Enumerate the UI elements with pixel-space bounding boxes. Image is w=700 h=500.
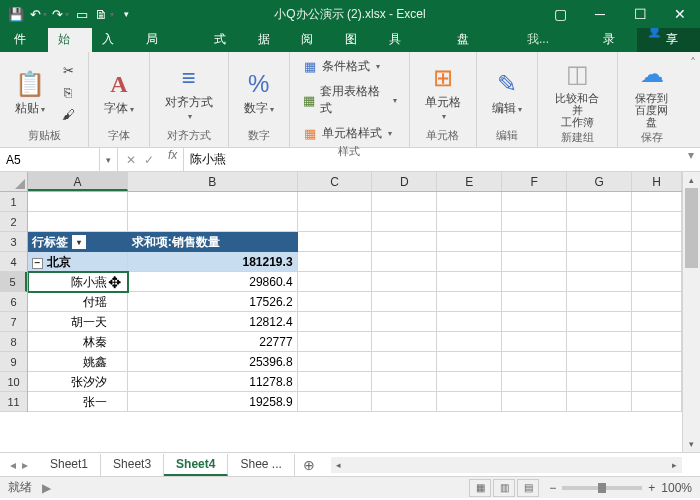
page-layout-button[interactable]: ▥ [493,479,515,497]
pivot-item-value[interactable]: 19258.9 [128,392,298,412]
col-header-H[interactable]: H [632,172,682,191]
normal-view-button[interactable]: ▦ [469,479,491,497]
col-header-G[interactable]: G [567,172,632,191]
pivot-group-total[interactable]: 181219.3 [128,252,298,272]
zoom-slider[interactable] [562,486,642,490]
col-header-E[interactable]: E [437,172,502,191]
cell-D1[interactable] [372,192,437,212]
sheet-nav-next-icon[interactable]: ▸ [22,458,28,472]
cell-C2[interactable] [298,212,373,232]
col-header-A[interactable]: A [28,172,128,191]
pivot-item-name[interactable]: 张一 [28,392,128,412]
align-button[interactable]: ≡对齐方式▾ [158,56,220,128]
cell-H2[interactable] [632,212,682,232]
select-all-corner[interactable] [0,172,28,192]
formula-bar[interactable]: 陈小燕 [183,148,682,171]
copy-button[interactable]: ⎘ [56,82,80,102]
cell-A1[interactable] [28,192,128,212]
ribbon-options-icon[interactable]: ▢ [540,0,580,28]
maximize-icon[interactable]: ☐ [620,0,660,28]
row-header-9[interactable]: 9 [0,352,27,372]
number-button[interactable]: %数字▾ [237,56,281,128]
cell-styles-button[interactable]: ▦单元格样式▾ [298,123,401,144]
cell-B2[interactable] [128,212,298,232]
page-break-button[interactable]: ▤ [517,479,539,497]
pivot-item-name[interactable]: 姚鑫 [28,352,128,372]
col-header-D[interactable]: D [372,172,437,191]
pivot-group-beijing[interactable]: −北京 [28,252,128,272]
fx-icon[interactable]: fx [162,148,183,171]
cell-G2[interactable] [567,212,632,232]
redo-icon[interactable]: ↷▾ [50,4,70,24]
undo-icon[interactable]: ↶▾ [28,4,48,24]
pivot-item-name[interactable]: 林秦 [28,332,128,352]
pivot-item-value[interactable]: 25396.8 [128,352,298,372]
vertical-scrollbar[interactable]: ▴ ▾ [682,172,700,452]
minimize-icon[interactable]: ─ [580,0,620,28]
qat-more-icon[interactable]: ▾ [116,4,136,24]
save-baidu-button[interactable]: ☁保存到 百度网盘 [626,56,678,130]
cell-H1[interactable] [632,192,682,212]
pivot-item-value[interactable]: 12812.4 [128,312,298,332]
editing-button[interactable]: ✎编辑▾ [485,56,529,128]
zoom-level[interactable]: 100% [661,481,692,495]
open-icon[interactable]: 🗎▾ [94,4,114,24]
pivot-item-value[interactable]: 22777 [128,332,298,352]
row-header-7[interactable]: 7 [0,312,27,332]
cell-F2[interactable] [502,212,567,232]
name-box-dropdown[interactable]: ▾ [100,148,118,171]
cut-button[interactable]: ✂ [56,60,80,80]
row-header-8[interactable]: 8 [0,332,27,352]
row-header-10[interactable]: 10 [0,372,27,392]
cell-E1[interactable] [437,192,502,212]
cell-B1[interactable] [128,192,298,212]
expand-formula-icon[interactable]: ▾ [682,148,700,171]
pivot-item-name[interactable]: 陈小燕✥ [28,272,128,292]
row-header-4[interactable]: 4 [0,252,27,272]
new-icon[interactable]: ▭ [72,4,92,24]
sheet-nav-prev-icon[interactable]: ◂ [10,458,16,472]
add-sheet-button[interactable]: ⊕ [295,457,323,473]
row-header-1[interactable]: 1 [0,192,27,212]
sheet-tab-Sheet4[interactable]: Sheet4 [164,454,228,476]
collapse-icon[interactable]: − [32,258,43,269]
close-icon[interactable]: ✕ [660,0,700,28]
col-header-F[interactable]: F [502,172,567,191]
macro-record-icon[interactable]: ▶ [42,481,51,495]
pivot-item-name[interactable]: 付瑶 [28,292,128,312]
pivot-item-value[interactable]: 17526.2 [128,292,298,312]
pivot-filter-icon[interactable]: ▾ [72,235,86,249]
font-button[interactable]: A字体▾ [97,56,141,128]
horizontal-scrollbar[interactable]: ◂▸ [331,457,682,473]
row-header-5[interactable]: 5 [0,272,27,292]
row-header-2[interactable]: 2 [0,212,27,232]
pivot-item-name[interactable]: 胡一天 [28,312,128,332]
sheet-tab-Shee ...[interactable]: Shee ... [228,454,294,476]
col-header-C[interactable]: C [298,172,373,191]
pivot-item-value[interactable]: 11278.8 [128,372,298,392]
pivot-item-value[interactable]: 29860.4 [128,272,298,292]
zoom-out-button[interactable]: − [549,481,556,495]
cell-F1[interactable] [502,192,567,212]
collapse-ribbon-icon[interactable]: ˄ [686,52,700,147]
pivot-item-name[interactable]: 张汐汐 [28,372,128,392]
zoom-in-button[interactable]: + [648,481,655,495]
format-painter-button[interactable]: 🖌 [56,104,80,124]
save-icon[interactable]: 💾 [6,4,26,24]
row-header-11[interactable]: 11 [0,392,27,412]
cells-button[interactable]: ⊞单元格▾ [418,56,468,128]
sheet-tab-Sheet3[interactable]: Sheet3 [101,454,164,476]
cell-C1[interactable] [298,192,373,212]
row-header-3[interactable]: 3 [0,232,27,252]
pivot-row-label-header[interactable]: 行标签▾ [28,232,128,252]
col-header-B[interactable]: B [128,172,298,191]
conditional-format-button[interactable]: ▦条件格式▾ [298,56,401,77]
table-format-button[interactable]: ▦套用表格格式▾ [298,81,401,119]
sheet-tab-Sheet1[interactable]: Sheet1 [38,454,101,476]
cell-G1[interactable] [567,192,632,212]
cell-D2[interactable] [372,212,437,232]
row-header-6[interactable]: 6 [0,292,27,312]
cell-E2[interactable] [437,212,502,232]
name-box[interactable]: A5 [0,148,100,171]
paste-button[interactable]: 📋 粘贴▾ [8,56,52,128]
